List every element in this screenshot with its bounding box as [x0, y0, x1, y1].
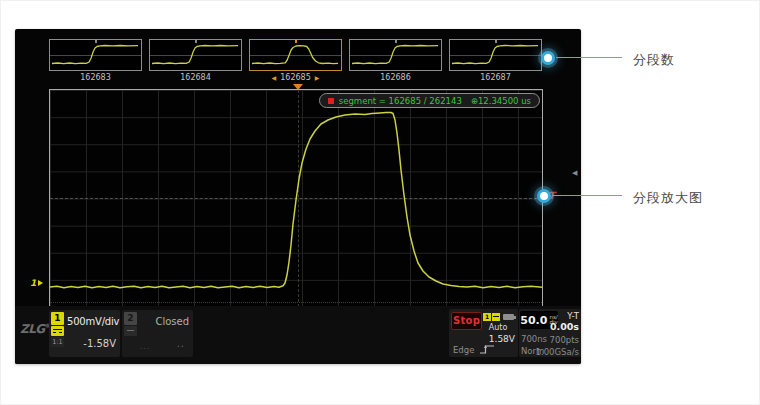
segment-number: 162683 [49, 72, 142, 82]
segment-thumbnail-strip: 162683 162684 ◀ 162685 ▶ [49, 39, 543, 82]
waveform-plot[interactable]: segment = 162685 / 262143 ⊕12.34500 us [49, 89, 543, 308]
channel2-badge: 2 [124, 312, 137, 325]
probe-ratio-badge: 1:1 [51, 337, 64, 347]
segment-number: 162686 [349, 72, 442, 82]
thumbnail-waveform [150, 40, 241, 70]
callout-line-zoom [552, 195, 622, 196]
trigger-tick-icon [195, 40, 197, 43]
channel1-marker-label: 1 [30, 278, 36, 288]
thumbnail-box[interactable] [249, 39, 342, 71]
display-mode: Y-T [536, 311, 579, 321]
segment-info-text: segment = 162685 / 262143 [339, 96, 462, 106]
thumbnail-waveform [450, 40, 541, 70]
channel1-offset: -1.58V [83, 338, 116, 349]
channel2-status: Closed [155, 316, 189, 327]
sample-rate: 1.00GSa/s [536, 347, 579, 357]
oscilloscope-screen: 162683 162684 ◀ 162685 ▶ [15, 29, 581, 364]
channel1-badge-column: 1 1:1 [51, 312, 64, 347]
right-arrow-icon [38, 280, 43, 286]
segment-thumbnail-4[interactable]: 162686 [349, 39, 442, 82]
callout-dot-segments [541, 51, 555, 65]
trigger-type: Edge [453, 345, 474, 355]
segment-number-text: 162684 [180, 73, 211, 82]
segment-thumbnail-1[interactable]: 162683 [49, 39, 142, 82]
trigger-coupling-icon [492, 313, 500, 321]
segment-thumbnail-2[interactable]: 162684 [149, 39, 242, 82]
trigger-position-marker-icon[interactable] [293, 84, 303, 90]
segment-number-text: 162686 [380, 73, 411, 82]
segment-number-text: 162687 [480, 73, 511, 82]
trigger-source-badge: 1 [483, 313, 491, 321]
record-points: 700pts [536, 335, 579, 345]
channel1-ground-marker[interactable]: 1 [30, 278, 43, 288]
segment-info-badge: segment = 162685 / 262143 ⊕12.34500 us [319, 93, 540, 108]
figure-canvas: 162683 162684 ◀ 162685 ▶ [0, 0, 760, 405]
prev-segment-arrow-icon[interactable]: ◀ [272, 74, 277, 81]
segment-number: ◀ 162685 ▶ [249, 72, 342, 82]
channel2-coupling-icon [124, 326, 137, 336]
thumbnail-box[interactable] [149, 39, 242, 71]
thumbnail-waveform [350, 40, 441, 70]
callout-line-segments [556, 57, 622, 58]
thumbnail-waveform [250, 40, 341, 70]
timebase-block: 50.0 ns/ div 700ns Norm Y-T 0.00s 700pts… [519, 309, 581, 357]
channel2-dots-left: ... [140, 342, 151, 351]
side-panel-collapse-icon[interactable]: ◀ [572, 169, 577, 177]
segment-thumbnail-3-selected[interactable]: ◀ 162685 ▶ [249, 39, 342, 82]
segments-count-label: 分段数 [633, 51, 675, 69]
channel1-badge: 1 [51, 312, 64, 325]
trigger-tick-icon [495, 40, 497, 43]
record-square-icon [328, 98, 334, 104]
dc-coupling-icon [51, 326, 64, 336]
channel1-block[interactable]: 1 1:1 500mV/div -1.58V [49, 310, 120, 357]
segment-zoom-label: 分段放大图 [633, 189, 703, 207]
horizontal-info-column: Y-T 0.00s 700pts 1.00GSa/s [536, 311, 579, 357]
channel2-block[interactable]: 2 Closed .. ... [122, 310, 193, 357]
trigger-tick-icon [95, 40, 97, 43]
thumbnail-waveform [50, 40, 141, 70]
next-segment-arrow-icon[interactable]: ▶ [315, 74, 320, 81]
trigger-source-badges: 1 [483, 313, 514, 321]
battery-icon [503, 314, 514, 320]
rising-edge-icon [479, 343, 495, 355]
zlg-logo: ZLG® [20, 322, 50, 336]
segment-number: 162687 [449, 72, 542, 82]
channel1-scale: 500mV/div [67, 316, 119, 327]
horizontal-offset: 0.00s [536, 321, 579, 332]
thumbnail-box[interactable] [349, 39, 442, 71]
segment-thumbnail-5[interactable]: 162687 [449, 39, 542, 82]
run-state-button[interactable]: Stop [451, 312, 482, 330]
thumbnail-box[interactable] [449, 39, 542, 71]
trigger-mode: Auto [482, 323, 514, 332]
channel2-badge-column: 2 [124, 312, 137, 336]
status-bar: ZLG® 1 1:1 500mV/div -1.58V 2 Closed .. … [15, 306, 581, 364]
channel1-waveform [50, 90, 542, 307]
trigger-tick-icon [295, 40, 297, 43]
trigger-tick-icon [395, 40, 397, 43]
thumbnail-box[interactable] [49, 39, 142, 71]
segment-number: 162684 [149, 72, 242, 82]
segment-time-text: ⊕12.34500 us [471, 96, 531, 106]
segment-number-text: 162683 [80, 73, 111, 82]
trigger-block: Stop 1 Auto 1.58V Edge [449, 309, 518, 357]
logo-text: ZLG [20, 322, 45, 336]
segment-number-text: 162685 [280, 73, 311, 82]
channel2-dots: .. [177, 338, 185, 349]
